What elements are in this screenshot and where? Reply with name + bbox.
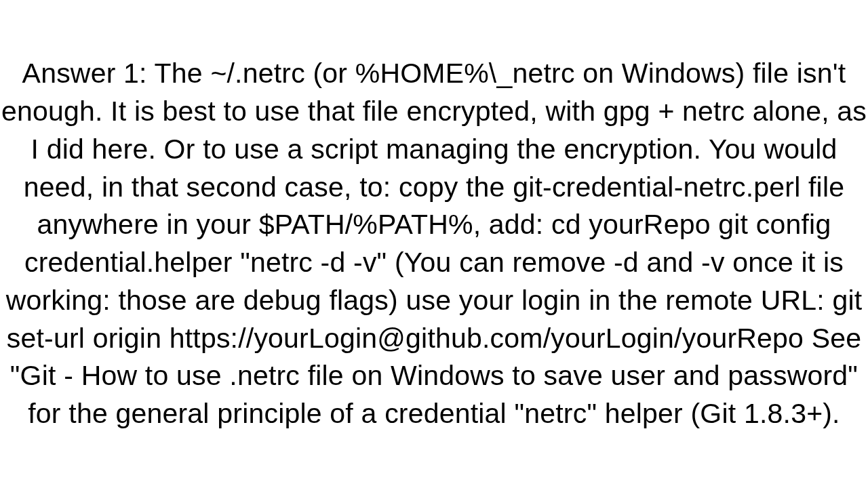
answer-text-block: Answer 1: The ~/.netrc (or %HOME%\_netrc… [0, 55, 868, 433]
